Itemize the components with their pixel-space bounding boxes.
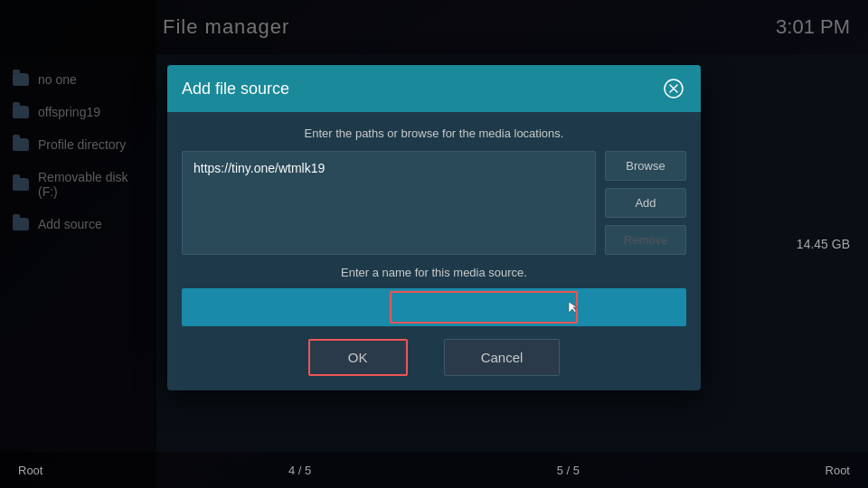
dialog-instruction: Enter the paths or browse for the media … xyxy=(182,127,686,140)
dialog-body: Enter the paths or browse for the media … xyxy=(167,112,701,390)
url-value: https://tiny.one/wtmlk19 xyxy=(193,161,584,175)
name-input-wrapper xyxy=(182,288,686,326)
dialog-title: Add file source xyxy=(182,80,289,99)
kodi-icon xyxy=(663,78,684,99)
dialog-actions: OK Cancel xyxy=(182,339,686,376)
storage-size: 14.45 GB xyxy=(797,237,850,251)
remove-button[interactable]: Remove xyxy=(605,225,686,255)
footer-mid1: 4 / 5 xyxy=(288,464,311,477)
footer-right: Root xyxy=(826,464,850,477)
url-section: https://tiny.one/wtmlk19 Browse Add Remo… xyxy=(182,151,686,255)
dialog-close-button[interactable] xyxy=(661,76,686,101)
dialog-header: Add file source xyxy=(167,65,701,112)
media-source-name-input[interactable] xyxy=(182,288,686,326)
name-instruction: Enter a name for this media source. xyxy=(182,266,686,279)
url-area[interactable]: https://tiny.one/wtmlk19 xyxy=(182,151,596,255)
browse-button[interactable]: Browse xyxy=(605,151,686,181)
footer-left: Root xyxy=(18,464,42,477)
add-button[interactable]: Add xyxy=(605,188,686,218)
url-buttons: Browse Add Remove xyxy=(605,151,686,255)
footer-mid2: 5 / 5 xyxy=(557,464,580,477)
add-file-source-dialog: Add file source Enter the paths or brows… xyxy=(167,65,701,390)
footer: Root 4 / 5 5 / 5 Root xyxy=(0,452,868,488)
cancel-button[interactable]: Cancel xyxy=(444,339,561,376)
ok-button[interactable]: OK xyxy=(308,339,408,376)
